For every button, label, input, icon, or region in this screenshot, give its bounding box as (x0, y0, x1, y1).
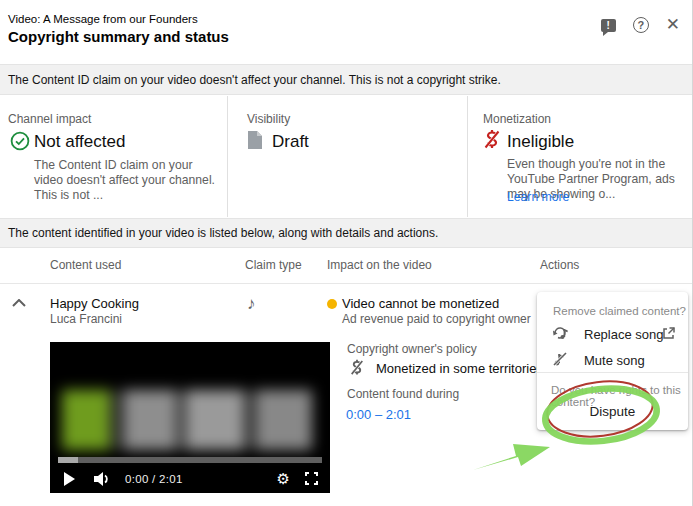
mute-song-icon (552, 350, 569, 367)
content-found-label: Content found during (347, 387, 459, 401)
player-time: 0:00 / 2:01 (125, 473, 183, 485)
menu-item-mute-song[interactable]: Mute song (584, 353, 645, 368)
play-icon[interactable] (64, 472, 75, 486)
policy-label: Copyright owner's policy (347, 342, 477, 356)
monetized-territories-icon (348, 359, 366, 377)
column-divider (227, 96, 228, 217)
monetization-off-icon (481, 129, 503, 151)
claim-status-dot (327, 299, 337, 309)
channel-impact-status: Not affected (34, 132, 125, 152)
settings-icon[interactable]: ⚙ (277, 470, 290, 488)
column-header-actions: Actions (540, 258, 579, 272)
menu-divider (537, 372, 688, 373)
progress-bar[interactable] (58, 457, 322, 463)
dispute-button[interactable]: Dispute (537, 404, 688, 419)
help-icon[interactable]: ? (633, 17, 649, 33)
impact-subtitle: Ad revenue paid to copyright owner (342, 312, 531, 326)
visibility-status: Draft (272, 132, 309, 152)
channel-impact-description: The Content ID claim on your video doesn… (34, 158, 220, 203)
green-arrow-annotation (473, 444, 550, 470)
learn-more-link[interactable]: Learn more (507, 190, 569, 204)
monetization-label: Monetization (483, 112, 551, 126)
claim-notice: The Content ID claim on your video doesn… (0, 64, 692, 95)
menu-item-replace-song[interactable]: Replace song (584, 327, 664, 342)
remove-claimed-content-label: Remove claimed content? (553, 305, 686, 317)
column-header-claim-type: Claim type (245, 258, 302, 272)
monetization-status: Ineligible (507, 132, 574, 152)
copyright-dialog: Video: A Message from our Founders Copyr… (0, 0, 693, 506)
policy-value: Monetized in some territories (376, 361, 543, 376)
music-note-icon: ♪ (247, 294, 256, 314)
fullscreen-icon[interactable] (305, 472, 318, 485)
chevron-up-icon[interactable] (12, 299, 26, 307)
actions-menu: Remove claimed content? Replace song Mut… (537, 292, 688, 430)
content-identified-notice: The content identified in your video is … (0, 218, 692, 248)
page-title: Copyright summary and status (8, 28, 229, 45)
close-icon[interactable]: ✕ (666, 17, 680, 33)
content-found-timerange-link[interactable]: 0:00 – 2:01 (346, 407, 411, 422)
divider (0, 283, 692, 284)
progress-played (58, 457, 78, 463)
claim-song-artist: Luca Francini (50, 312, 122, 326)
impact-title: Video cannot be monetized (342, 296, 499, 311)
claim-song-title: Happy Cooking (50, 296, 139, 311)
visibility-label: Visibility (247, 112, 290, 126)
draft-icon (247, 130, 263, 150)
channel-impact-label: Channel impact (8, 112, 91, 126)
replace-song-icon (552, 324, 569, 341)
column-divider (467, 96, 468, 217)
check-circle-icon (10, 131, 30, 151)
column-header-content-used: Content used (50, 258, 121, 272)
column-header-impact: Impact on the video (327, 258, 432, 272)
video-thumbnail (62, 390, 312, 450)
volume-icon[interactable] (93, 471, 111, 487)
feedback-icon[interactable]: ! (601, 19, 616, 32)
video-label: Video: A Message from our Founders (8, 13, 198, 25)
header-icons: ! ? ✕ (601, 17, 680, 33)
video-player[interactable]: 0:00 / 2:01 ⚙ (50, 342, 330, 493)
player-controls: 0:00 / 2:01 ⚙ (50, 465, 330, 493)
external-link-icon (662, 326, 676, 340)
